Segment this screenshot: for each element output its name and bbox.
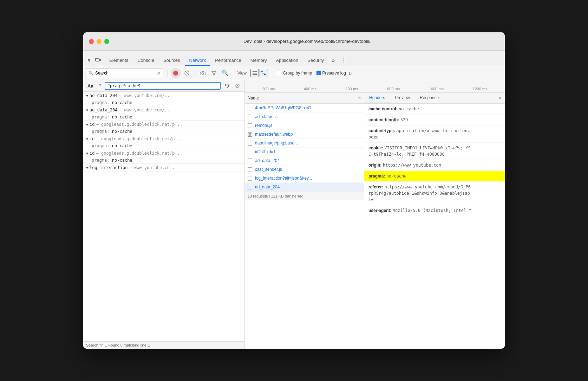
more-tabs-button[interactable]: » (329, 55, 338, 66)
disable-cache-button[interactable]: D (347, 68, 353, 78)
headers-tab-response[interactable]: Response (415, 93, 444, 103)
search-box[interactable]: 🔍 ✕ (86, 68, 163, 78)
result-header-2[interactable]: ▼ ad_data_204 — www.youtube.com/... (83, 106, 244, 114)
tab-network[interactable]: Network (185, 56, 210, 66)
tab-elements[interactable]: Elements (105, 56, 132, 66)
group-by-frame-checkbox[interactable] (277, 71, 281, 75)
file-checkbox (248, 106, 252, 110)
search-filter-button[interactable]: 🔍 (220, 68, 230, 78)
list-item[interactable]: 4mrRnEPnWo81qWPG8_xcG... (245, 104, 364, 112)
file-name: ad_data_204 (255, 158, 280, 163)
result-match-2[interactable]: pragma: no-cache (83, 114, 244, 120)
maximize-button[interactable] (104, 39, 109, 44)
preserve-log[interactable]: ✓ Preserve log (316, 71, 346, 76)
minimize-button[interactable] (97, 39, 102, 44)
result-match-4[interactable]: pragma: no-cache (83, 143, 244, 149)
result-header-1[interactable]: ▼ ad_data_204 — www.youtube.com/... (83, 92, 244, 99)
timeline-label-4: 800 ms (387, 87, 400, 91)
list-item[interactable]: ▤ maxresdefault.webp (245, 130, 364, 139)
clear-search-icon[interactable]: ✕ (157, 70, 161, 76)
cursor-icon[interactable] (86, 57, 93, 64)
device-icon[interactable] (94, 57, 102, 64)
search-regex-input[interactable] (105, 82, 221, 90)
file-list-header: Name × (245, 93, 364, 104)
svg-line-3 (186, 72, 188, 74)
tab-performance[interactable]: Performance (211, 56, 245, 66)
header-row-pragma: pragma: no-cache (364, 171, 505, 182)
tab-console[interactable]: Console (133, 56, 158, 66)
close-file-panel-button[interactable]: × (358, 95, 361, 101)
waterfall-view-button[interactable] (260, 69, 268, 77)
file-name: cast_sender.js (255, 167, 282, 172)
file-checkbox (248, 123, 252, 128)
list-item-selected[interactable]: ad_data_204 (245, 183, 364, 192)
file-name: data:image/png;base... (255, 141, 298, 146)
result-name-3: id (90, 122, 94, 127)
result-url-3: — googleads.g.doubleclick.net/p... (96, 122, 182, 127)
collapse-icon-5: ▼ (86, 151, 88, 155)
tab-security[interactable]: Security (303, 56, 328, 66)
list-item[interactable]: | data:image/png;base... (245, 139, 364, 148)
list-item[interactable]: ad_data_204 (245, 156, 364, 165)
list-item[interactable]: cast_sender.js (245, 165, 364, 174)
result-name-6: log_interaction (90, 165, 128, 170)
svg-rect-0 (96, 58, 99, 61)
record-button[interactable] (171, 68, 181, 78)
result-val-5: no-cache (112, 158, 132, 163)
result-url-4: — googleads.g.doubleclick.net/p... (96, 136, 182, 141)
svg-rect-11 (264, 74, 266, 75)
collapse-icon-2: ▼ (86, 108, 88, 112)
record-dot-icon (173, 71, 178, 76)
list-item[interactable]: id?slf_rd=1 (245, 148, 364, 156)
svg-rect-9 (261, 71, 263, 72)
case-sensitive-button[interactable]: Aa (86, 83, 95, 89)
header-row-content-length: content-length: 529 (364, 115, 505, 125)
result-header-6[interactable]: ▼ log_interaction — www.youtube.co... (83, 164, 244, 172)
refresh-search-button[interactable] (223, 82, 231, 90)
view-label: View: (237, 71, 248, 76)
timeline-label-1: 200 ms (262, 87, 275, 91)
sep2 (195, 70, 195, 77)
camera-button[interactable] (198, 68, 208, 78)
clear-button[interactable] (182, 68, 192, 78)
timeline-bar: 200 ms 400 ms 600 ms 800 ms 1000 ms 1200… (245, 80, 505, 93)
search-icon: 🔍 (89, 71, 94, 76)
headers-tab-headers[interactable]: Headers (364, 93, 390, 103)
header-val-pragma: no-cache (386, 174, 407, 179)
tab-memory[interactable]: Memory (246, 56, 271, 66)
group-by-frame[interactable]: Group by frame (277, 71, 312, 76)
tab-application[interactable]: Application (272, 56, 303, 66)
header-val-content-length: 529 (400, 117, 408, 122)
devtools-menu-button[interactable]: ⋮ (338, 55, 349, 66)
search-input[interactable] (95, 71, 157, 76)
result-key-3: pragma: (92, 129, 112, 134)
result-header-5[interactable]: ▼ id — googleads.g.doubleclick.net/p... (83, 149, 244, 157)
collapse-icon-4: ▼ (86, 137, 88, 141)
timeline-label-5: 1000 ms (429, 87, 444, 91)
preserve-log-checkbox[interactable]: ✓ (316, 71, 321, 75)
tab-sources[interactable]: Sources (159, 56, 184, 66)
regex-button[interactable]: .* (97, 83, 103, 89)
cancel-search-button[interactable] (233, 82, 242, 90)
result-val-4: no-cache (112, 143, 132, 148)
collapse-icon-3: ▼ (86, 123, 88, 127)
result-match-3[interactable]: pragma: no-cache (83, 128, 244, 135)
result-header-4[interactable]: ▼ id — googleads.g.doubleclick.net/p... (83, 135, 244, 143)
header-row-cache-control: cache-control: no-cache (364, 104, 505, 115)
close-button[interactable] (89, 39, 94, 44)
list-view-button[interactable] (250, 69, 259, 77)
list-item[interactable]: ad_status.js (245, 112, 364, 121)
list-item[interactable]: remote.js (245, 121, 364, 130)
headers-more-button[interactable]: » (495, 93, 505, 103)
headers-tabs: Headers Preview Response » (364, 93, 505, 104)
result-match-1[interactable]: pragma: no-cache (83, 99, 244, 106)
result-header-3[interactable]: ▼ id — googleads.g.doubleclick.net/p... (83, 121, 244, 128)
list-item[interactable]: log_interaction?alt=json&key... (245, 174, 364, 183)
result-match-5[interactable]: pragma: no-cache (83, 157, 244, 163)
filter-button[interactable] (209, 68, 219, 78)
collapse-icon-6: ▼ (86, 166, 88, 170)
headers-tab-preview[interactable]: Preview (390, 93, 415, 103)
result-name-1: ad_data_204 (90, 93, 117, 98)
file-list-container: Name × 4mrRnEPnWo81qWPG8_xcG... ad_statu… (245, 93, 364, 349)
result-url-2: — www.youtube.com/... (119, 108, 172, 112)
